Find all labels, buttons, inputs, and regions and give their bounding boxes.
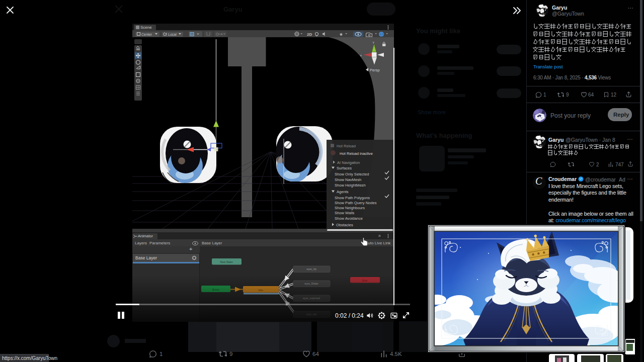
svg-text:Show Only Selected: Show Only Selected bbox=[335, 172, 369, 176]
svg-text:Hot Reload inactive: Hot Reload inactive bbox=[340, 151, 373, 156]
svg-text:Obstacles: Obstacles bbox=[336, 223, 353, 227]
svg-text:New State: New State bbox=[220, 260, 232, 263]
svg-text:Persp: Persp bbox=[370, 68, 380, 72]
svg-text:eyes_Up: eyes_Up bbox=[306, 267, 316, 270]
svg-text:AI Navigation: AI Navigation bbox=[337, 160, 360, 165]
svg-text:Show Walls: Show Walls bbox=[335, 211, 355, 215]
svg-text:Show Path Polygons: Show Path Polygons bbox=[335, 196, 370, 200]
svg-text:Hot Reload: Hot Reload bbox=[337, 144, 356, 148]
svg-text:Show HeightMesh: Show HeightMesh bbox=[335, 183, 366, 188]
svg-text:Y: Y bbox=[373, 41, 375, 44]
svg-text:Show Avoidance: Show Avoidance bbox=[335, 216, 363, 221]
svg-text:Show Neighbours: Show Neighbours bbox=[335, 206, 365, 210]
svg-text:Agents: Agents bbox=[337, 190, 349, 194]
svg-text:Show Path Query Nodes: Show Path Query Nodes bbox=[335, 201, 377, 205]
svg-text:Surfaces: Surfaces bbox=[337, 166, 352, 170]
svg-text:Show NavMesh: Show NavMesh bbox=[335, 177, 361, 182]
svg-text:x: x bbox=[360, 54, 362, 57]
